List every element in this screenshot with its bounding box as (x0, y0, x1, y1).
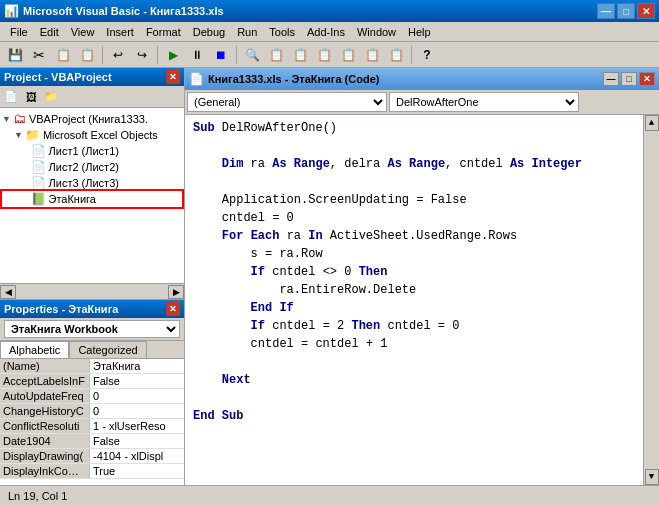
properties-table: (Name) ЭтаКнига AcceptLabelsInF False Au… (0, 359, 184, 485)
toolbar-btn6[interactable]: 📋 (289, 44, 311, 66)
menu-debug[interactable]: Debug (187, 24, 231, 40)
prop-value-changehistory[interactable]: 0 (90, 404, 184, 418)
toolbar-copy[interactable]: 📋 (52, 44, 74, 66)
project-pane-titlebar: Project - VBAProject ✕ (0, 68, 184, 86)
properties-pane-close[interactable]: ✕ (166, 302, 180, 316)
code-content: Sub DelRowAfterOne() Dim ra As Range, de… (185, 115, 643, 485)
menu-addins[interactable]: Add-Ins (301, 24, 351, 40)
prop-value-autoupdate[interactable]: 0 (90, 389, 184, 403)
properties-pane-titlebar: Properties - ЭтаКнига ✕ (0, 300, 184, 318)
code-method-dropdown[interactable]: DelRowAfterOne (389, 92, 579, 112)
prop-row-acceptlabels: AcceptLabelsInF False (0, 374, 184, 389)
toolbar-paste[interactable]: 📋 (76, 44, 98, 66)
close-button[interactable]: ✕ (637, 3, 655, 19)
toolbar-btn9[interactable]: 📋 (361, 44, 383, 66)
tree-label-list2: Лист2 (Лист2) (49, 161, 119, 173)
toolbar-save[interactable]: 💾 (4, 44, 26, 66)
project-hscroll[interactable]: ◀ ▶ (0, 283, 184, 299)
prop-name-displayinkcomm: DisplayInkComm (0, 464, 90, 478)
menu-help[interactable]: Help (402, 24, 437, 40)
project-pane-toolbar: 📄 🖼 📁 (0, 86, 184, 108)
toolbar-btn8[interactable]: 📋 (337, 44, 359, 66)
project-view-code[interactable]: 📄 (2, 88, 20, 106)
project-pane-close[interactable]: ✕ (166, 70, 180, 84)
project-view-object[interactable]: 🖼 (22, 88, 40, 106)
prop-value-displaydrawing[interactable]: -4104 - xlDispl (90, 449, 184, 463)
prop-row-name: (Name) ЭтаКнига (0, 359, 184, 374)
prop-value-acceptlabels[interactable]: False (90, 374, 184, 388)
toolbar-btn4[interactable]: 🔍 (241, 44, 263, 66)
tree-item-list2[interactable]: 📄 Лист2 (Лист2) (2, 159, 182, 175)
prop-row-conflictresolut: ConflictResoluti 1 - xlUserReso (0, 419, 184, 434)
menu-view[interactable]: View (65, 24, 101, 40)
code-window-title-text: Книга1333.xls - ЭтаКнига (Code) (208, 73, 601, 85)
toolbar-pause[interactable]: ⏸ (186, 44, 208, 66)
hscroll-left[interactable]: ◀ (0, 285, 16, 299)
code-window-restore[interactable]: □ (621, 72, 637, 86)
toolbar-btn7[interactable]: 📋 (313, 44, 335, 66)
menu-tools[interactable]: Tools (263, 24, 301, 40)
toolbar-stop[interactable]: ⏹ (210, 44, 232, 66)
menu-file[interactable]: File (4, 24, 34, 40)
project-pane-title: Project - VBAProject (4, 71, 112, 83)
title-bar: 📊 Microsoft Visual Basic - Книга1333.xls… (0, 0, 659, 22)
prop-name-conflictresolut: ConflictResoluti (0, 419, 90, 433)
maximize-button[interactable]: □ (617, 3, 635, 19)
hscroll-right[interactable]: ▶ (168, 285, 184, 299)
expand-list1 (26, 146, 29, 156)
prop-row-displayinkcomm: DisplayInkComm True (0, 464, 184, 479)
prop-value-date1904[interactable]: False (90, 434, 184, 448)
left-panel: Project - VBAProject ✕ 📄 🖼 📁 ▼ 🗂 VBAProj… (0, 68, 185, 485)
title-bar-text: Microsoft Visual Basic - Книга1333.xls (23, 5, 597, 17)
properties-dropdown[interactable]: ЭтаКнига Workbook (4, 320, 180, 338)
prop-row-autoupdate: AutoUpdateFreq 0 (0, 389, 184, 404)
toolbar-cut[interactable]: ✂ (28, 44, 50, 66)
properties-pane: Properties - ЭтаКнига ✕ ЭтаКнига Workboo… (0, 300, 184, 485)
tree-label-vbaproject: VBAProject (Книга1333. (29, 113, 148, 125)
prop-value-name[interactable]: ЭтаКнига (90, 359, 184, 373)
tab-categorized[interactable]: Categorized (69, 341, 146, 358)
minimize-button[interactable]: — (597, 3, 615, 19)
code-window-close[interactable]: ✕ (639, 72, 655, 86)
project-toggle-folders[interactable]: 📁 (42, 88, 60, 106)
expand-etakniga (26, 194, 29, 204)
prop-value-displayinkcomm[interactable]: True (90, 464, 184, 478)
expand-vbaproject: ▼ (2, 114, 11, 124)
code-window-titlebar: 📄 Книга1333.xls - ЭтаКнига (Code) — □ ✕ (185, 68, 659, 90)
menu-insert[interactable]: Insert (100, 24, 140, 40)
status-position: Ln 19, Col 1 (8, 490, 67, 502)
code-vscrollbar[interactable]: ▲ ▼ (643, 115, 659, 485)
menu-run[interactable]: Run (231, 24, 263, 40)
vscroll-up[interactable]: ▲ (645, 115, 659, 131)
toolbar-help[interactable]: ? (416, 44, 438, 66)
menu-window[interactable]: Window (351, 24, 402, 40)
prop-name-changehistory: ChangeHistoryC (0, 404, 90, 418)
code-window-minimize[interactable]: — (603, 72, 619, 86)
properties-pane-title: Properties - ЭтаКнига (4, 303, 118, 315)
toolbar-redo[interactable]: ↪ (131, 44, 153, 66)
prop-name-name: (Name) (0, 359, 90, 373)
project-pane: Project - VBAProject ✕ 📄 🖼 📁 ▼ 🗂 VBAProj… (0, 68, 184, 300)
toolbar-run[interactable]: ▶ (162, 44, 184, 66)
menu-format[interactable]: Format (140, 24, 187, 40)
tree-item-list3[interactable]: 📄 Лист3 (Лист3) (2, 175, 182, 191)
expand-list3 (26, 178, 29, 188)
toolbar-undo[interactable]: ↩ (107, 44, 129, 66)
expand-excel-objects: ▼ (14, 130, 23, 140)
code-toolbar: (General) DelRowAfterOne (185, 90, 659, 115)
prop-value-conflictresolut[interactable]: 1 - xlUserReso (90, 419, 184, 433)
code-object-dropdown[interactable]: (General) (187, 92, 387, 112)
app-icon: 📊 (4, 4, 19, 18)
tree-item-etakniga[interactable]: 📗 ЭтаКнига (2, 191, 182, 207)
toolbar-btn5[interactable]: 📋 (265, 44, 287, 66)
tree-item-list1[interactable]: 📄 Лист1 (Лист1) (2, 143, 182, 159)
toolbar-btn10[interactable]: 📋 (385, 44, 407, 66)
tab-alphabetic[interactable]: Alphabetic (0, 341, 69, 358)
tree-item-vbaproject[interactable]: ▼ 🗂 VBAProject (Книга1333. (2, 110, 182, 127)
prop-name-autoupdate: AutoUpdateFreq (0, 389, 90, 403)
vscroll-down[interactable]: ▼ (645, 469, 659, 485)
menu-edit[interactable]: Edit (34, 24, 65, 40)
prop-row-date1904: Date1904 False (0, 434, 184, 449)
code-area[interactable]: Sub DelRowAfterOne() Dim ra As Range, de… (185, 115, 659, 485)
tree-item-excel-objects[interactable]: ▼ 📁 Microsoft Excel Objects (2, 127, 182, 143)
